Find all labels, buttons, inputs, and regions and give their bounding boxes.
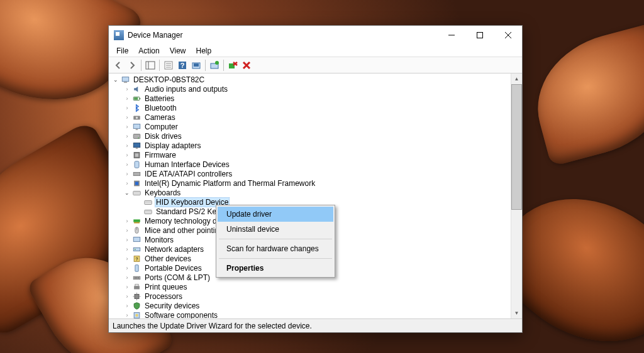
tree-category[interactable]: ›Bluetooth bbox=[111, 103, 511, 112]
expander-icon[interactable]: › bbox=[123, 301, 131, 310]
show-hide-tree-button[interactable] bbox=[143, 58, 157, 72]
expander-icon[interactable]: › bbox=[123, 94, 131, 103]
expander-icon[interactable]: › bbox=[123, 311, 131, 319]
tree-item-label: Other devices bbox=[143, 254, 192, 263]
tree-category[interactable]: ›Batteries bbox=[111, 94, 511, 103]
display-icon bbox=[131, 141, 142, 150]
tree-item-label: Cameras bbox=[143, 113, 177, 122]
hid-icon bbox=[131, 160, 142, 169]
keyboard-icon bbox=[131, 188, 142, 197]
vertical-scrollbar[interactable]: ▲ ▼ bbox=[511, 73, 522, 318]
computer-icon bbox=[131, 122, 142, 131]
minimize-button[interactable] bbox=[437, 26, 465, 45]
context-menu-item[interactable]: Properties bbox=[218, 261, 333, 276]
svg-rect-20 bbox=[123, 82, 126, 82]
context-menu-item[interactable]: Scan for hardware changes bbox=[218, 241, 333, 256]
tree-item-label: Disk drives bbox=[143, 132, 183, 141]
expander-icon[interactable]: › bbox=[123, 292, 131, 301]
tree-item-label: Firmware bbox=[143, 151, 177, 160]
back-button[interactable] bbox=[111, 58, 125, 72]
expander-icon[interactable]: › bbox=[123, 254, 131, 263]
menu-action[interactable]: Action bbox=[133, 45, 164, 57]
expander-icon[interactable]: › bbox=[123, 104, 131, 112]
tree-item-label: Batteries bbox=[143, 94, 175, 103]
tree-category[interactable]: ›Human Interface Devices bbox=[111, 160, 511, 169]
tree-category[interactable]: ›IDE ATA/ATAPI controllers bbox=[111, 169, 511, 178]
tree-category[interactable]: ›Computer bbox=[111, 122, 511, 131]
toolbar: ? bbox=[109, 57, 522, 73]
context-menu-item[interactable]: Update driver bbox=[218, 207, 333, 222]
keyboard-icon bbox=[143, 198, 153, 207]
scrollbar-thumb[interactable] bbox=[511, 84, 522, 210]
properties-button[interactable] bbox=[162, 58, 175, 72]
update-driver-button[interactable] bbox=[208, 58, 221, 72]
tree-item-label: IDE ATA/ATAPI controllers bbox=[143, 170, 233, 178]
help-button[interactable]: ? bbox=[175, 58, 189, 72]
tree-category[interactable]: ›Processors bbox=[111, 291, 511, 301]
bluetooth-icon bbox=[131, 104, 142, 112]
expander-icon[interactable]: › bbox=[123, 236, 131, 244]
menu-file[interactable]: File bbox=[111, 45, 133, 57]
expander-icon[interactable]: › bbox=[123, 170, 131, 178]
context-menu-item[interactable]: Uninstall device bbox=[218, 222, 333, 237]
svg-point-53 bbox=[135, 249, 136, 250]
close-button[interactable] bbox=[494, 26, 522, 45]
menu-view[interactable]: View bbox=[165, 45, 191, 57]
expander-icon[interactable]: › bbox=[123, 141, 131, 150]
expander-icon[interactable]: › bbox=[123, 113, 131, 122]
scan-hardware-button[interactable] bbox=[189, 58, 203, 72]
expander-icon[interactable]: › bbox=[123, 273, 131, 282]
expander-icon[interactable]: › bbox=[123, 264, 131, 273]
svg-rect-41 bbox=[144, 200, 151, 204]
tree-category[interactable]: ›Display adapters bbox=[111, 141, 511, 150]
tree-root[interactable]: ⌄DESKTOP-0BST82C bbox=[111, 75, 511, 84]
tree-category[interactable]: ›Cameras bbox=[111, 112, 511, 122]
scroll-up-icon[interactable]: ▲ bbox=[511, 73, 522, 84]
expander-icon[interactable]: › bbox=[123, 179, 131, 188]
scroll-down-icon[interactable]: ▼ bbox=[511, 308, 522, 318]
expander-icon[interactable]: ⌄ bbox=[111, 75, 120, 84]
tree-item-label: Mice and other pointing bbox=[143, 226, 225, 235]
tree-category[interactable]: ›Disk drives bbox=[111, 131, 511, 141]
tree-item-label: Processors bbox=[143, 292, 184, 301]
svg-rect-34 bbox=[135, 161, 139, 168]
svg-rect-44 bbox=[144, 210, 151, 214]
tree-item-label: Memory technology dev bbox=[143, 217, 226, 225]
svg-rect-61 bbox=[134, 286, 140, 289]
maximize-button[interactable] bbox=[465, 26, 494, 45]
expander-icon[interactable]: › bbox=[123, 160, 131, 169]
disable-device-button[interactable] bbox=[240, 58, 253, 72]
tree-category[interactable]: ⌄Keyboards bbox=[111, 188, 511, 197]
svg-rect-37 bbox=[135, 182, 138, 185]
tree-item-label: Ports (COM & LPT) bbox=[143, 273, 211, 282]
uninstall-device-button[interactable] bbox=[226, 58, 240, 72]
expander-icon[interactable]: ⌄ bbox=[123, 188, 131, 197]
tree-item-label: Security devices bbox=[143, 301, 201, 310]
forward-button[interactable] bbox=[125, 58, 139, 72]
expander-icon[interactable]: › bbox=[123, 217, 131, 225]
svg-point-60 bbox=[138, 277, 139, 278]
titlebar[interactable]: Device Manager bbox=[109, 26, 522, 45]
app-icon bbox=[114, 30, 124, 40]
expander-icon[interactable]: › bbox=[123, 245, 131, 254]
disk-icon bbox=[131, 132, 142, 141]
tree-category[interactable]: ›Security devices bbox=[111, 301, 511, 310]
tree-category[interactable]: ›Intel(R) Dynamic Platform and Thermal F… bbox=[111, 178, 511, 188]
expander-icon[interactable]: › bbox=[123, 132, 131, 141]
expander-icon[interactable]: › bbox=[123, 85, 131, 94]
svg-rect-52 bbox=[133, 247, 140, 251]
tree-category[interactable]: ›Audio inputs and outputs bbox=[111, 84, 511, 94]
device-tree[interactable]: ⌄DESKTOP-0BST82C›Audio inputs and output… bbox=[109, 73, 511, 318]
menu-help[interactable]: Help bbox=[191, 45, 217, 57]
svg-rect-31 bbox=[135, 148, 138, 148]
expander-icon[interactable]: › bbox=[123, 122, 131, 131]
software-icon bbox=[131, 311, 142, 319]
expander-icon[interactable]: › bbox=[123, 226, 131, 235]
tree-category[interactable]: ›Firmware bbox=[111, 150, 511, 160]
tree-category[interactable]: ›Print queues bbox=[111, 282, 511, 291]
expander-icon[interactable]: › bbox=[123, 283, 131, 291]
battery-icon bbox=[131, 94, 142, 103]
expander-icon[interactable]: › bbox=[123, 151, 131, 160]
tree-item-label: Audio inputs and outputs bbox=[143, 85, 229, 94]
tree-category[interactable]: ›Software components bbox=[111, 310, 511, 318]
